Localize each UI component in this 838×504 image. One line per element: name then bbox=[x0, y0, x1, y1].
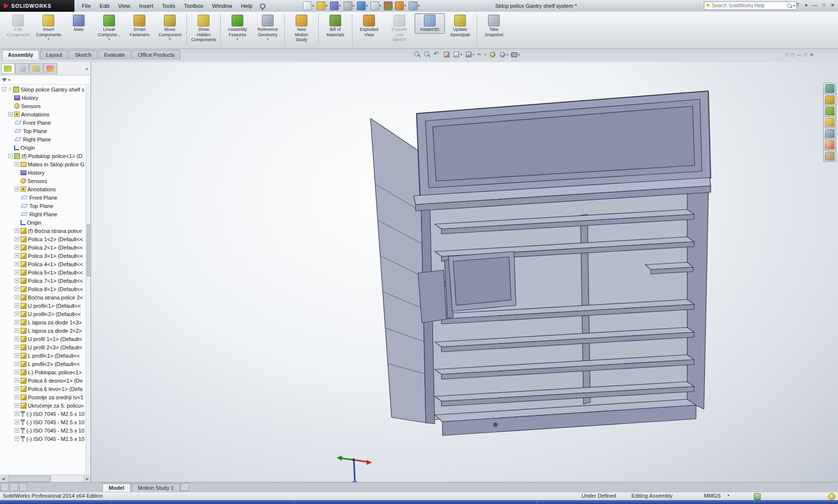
edit-component-button[interactable]: EditComponent bbox=[3, 13, 33, 39]
expand-toggle[interactable]: + bbox=[15, 345, 19, 349]
undo-button[interactable]: ▾ bbox=[356, 1, 369, 10]
tree-item[interactable]: +Polica 5<1> (Default<< bbox=[0, 268, 86, 276]
exploded-view-button[interactable]: ExplodedView bbox=[354, 13, 384, 39]
rebuild-button[interactable] bbox=[383, 1, 393, 10]
tree-horizontal-scroll-thumb[interactable] bbox=[8, 476, 51, 482]
tree-item[interactable]: +U profil 2<3> (Default< bbox=[0, 343, 86, 351]
dropdown-caret[interactable]: ▾ bbox=[47, 37, 49, 41]
apply-scene-button[interactable]: ▾ bbox=[499, 51, 509, 58]
menu-view[interactable]: View bbox=[114, 0, 135, 12]
expand-toggle[interactable]: + bbox=[15, 253, 19, 258]
expand-toggle[interactable]: + bbox=[15, 387, 19, 391]
options-button[interactable]: ▾ bbox=[395, 1, 407, 10]
tree-item[interactable]: +Polica 6 levo<1> (Defa bbox=[0, 385, 86, 393]
tree-vertical-scrollbar[interactable] bbox=[86, 84, 91, 475]
tree-item[interactable]: +(f) Bočna strana police bbox=[0, 227, 86, 235]
help-dropdown-button[interactable]: ▾ bbox=[803, 1, 810, 9]
mate-button[interactable]: Mate bbox=[64, 13, 94, 34]
solidworks-resources-tab[interactable] bbox=[823, 83, 836, 94]
expand-toggle[interactable]: + bbox=[15, 287, 19, 291]
tree-item[interactable]: Sensors bbox=[0, 177, 86, 185]
appearances-scenes-tab[interactable] bbox=[823, 139, 836, 151]
tree-item[interactable]: Right Plane bbox=[0, 210, 86, 218]
tree-item[interactable]: +Bočna strana police 2< bbox=[0, 293, 86, 301]
filter-dropdown-caret[interactable]: ▾ bbox=[8, 78, 10, 82]
dropdown-caret[interactable]: ▾ bbox=[404, 4, 406, 8]
units-dropdown-caret[interactable]: ▾ bbox=[727, 493, 729, 498]
expand-toggle[interactable]: + bbox=[15, 428, 19, 433]
design-library-tab[interactable] bbox=[823, 94, 836, 106]
dropdown-caret[interactable]: ▾ bbox=[236, 37, 238, 41]
print-document-button[interactable]: ▾ bbox=[343, 1, 355, 10]
dropdown-caret[interactable]: ▾ bbox=[353, 4, 355, 8]
zoom-to-area-button[interactable] bbox=[423, 51, 431, 58]
expand-toggle[interactable]: + bbox=[15, 270, 19, 275]
update-speedpak-button[interactable]: UpdateSpeedpak bbox=[445, 13, 475, 39]
tree-item[interactable]: +AAnnotations bbox=[0, 185, 86, 193]
dropdown-caret[interactable]: ▾ bbox=[312, 4, 314, 8]
expand-toggle[interactable]: + bbox=[15, 229, 19, 233]
tree-item[interactable]: Origin bbox=[0, 218, 86, 227]
search-input[interactable] bbox=[712, 2, 786, 9]
viewport-split-2-button[interactable]: □ bbox=[791, 52, 794, 58]
tree-horizontal-scrollbar[interactable]: ◀ ▶ bbox=[0, 475, 91, 482]
tree-item[interactable]: Sensors bbox=[0, 102, 86, 110]
edit-appearance-button[interactable] bbox=[489, 51, 496, 58]
tree-item[interactable]: +(-) ISO 7045 - M2.5 x 10 bbox=[0, 426, 86, 435]
tree-item[interactable]: −⚠Sklop police Gantry shelf s bbox=[0, 85, 86, 93]
expand-toggle[interactable]: + bbox=[15, 436, 19, 441]
show-hidden-components-button[interactable]: ShowHiddenComponents bbox=[188, 13, 219, 44]
dropdown-caret[interactable]: ▾ bbox=[380, 4, 382, 8]
search-icon[interactable] bbox=[787, 3, 791, 8]
expand-toggle[interactable]: + bbox=[15, 353, 19, 358]
file-properties-button[interactable]: ▾ bbox=[408, 1, 420, 10]
display-style-button[interactable]: ▾ bbox=[465, 51, 475, 58]
expand-toggle[interactable]: + bbox=[15, 187, 19, 191]
save-document-button[interactable]: ▾ bbox=[329, 1, 342, 10]
move-component-button[interactable]: MoveComponent▾ bbox=[155, 13, 185, 43]
view-orientation-button[interactable]: ▾ bbox=[453, 51, 463, 58]
viewport-splitter-handle[interactable] bbox=[10, 483, 18, 491]
assembly-features-button[interactable]: AssemblyFeatures▾ bbox=[222, 13, 253, 43]
tree-item[interactable]: −(f) Podsklop police<1> (D bbox=[0, 152, 86, 160]
restore-button[interactable]: □ bbox=[820, 1, 827, 9]
dropdown-caret[interactable]: ▾ bbox=[518, 53, 520, 57]
tree-item[interactable]: Front Plane bbox=[0, 193, 86, 202]
tree-item[interactable]: +L profil<2> (Default<< bbox=[0, 360, 86, 368]
viewport-split-1-button[interactable]: □ bbox=[786, 52, 788, 58]
dropdown-caret[interactable]: ▾ bbox=[485, 53, 487, 57]
tree-item[interactable]: +L lajsna za diode 1<3> bbox=[0, 318, 86, 326]
tree-item[interactable]: +(-) Poklopac police<1> bbox=[0, 368, 86, 376]
tree-item[interactable]: +(-) ISO 7045 - M2.5 x 10 bbox=[0, 418, 86, 426]
expand-toggle[interactable]: + bbox=[15, 362, 19, 366]
expand-toggle[interactable]: + bbox=[15, 295, 19, 299]
tree-item[interactable]: Front Plane bbox=[0, 118, 86, 127]
tab-office-products[interactable]: Office Products bbox=[132, 50, 180, 60]
new-motion-study-button[interactable]: NewMotionStudy bbox=[286, 13, 317, 44]
new-document-button[interactable]: ▾ bbox=[303, 1, 315, 10]
section-view-button[interactable] bbox=[443, 51, 450, 58]
graphics-viewport[interactable] bbox=[91, 62, 838, 482]
menu-tools[interactable]: Tools bbox=[158, 0, 180, 12]
dropdown-caret[interactable]: ▾ bbox=[326, 4, 328, 8]
scroll-left-arrow[interactable]: ◀ bbox=[0, 476, 7, 482]
expand-toggle[interactable]: + bbox=[15, 162, 19, 166]
expand-toggle[interactable]: + bbox=[15, 320, 19, 324]
tree-item[interactable]: +Polica 6 desno<1> (De bbox=[0, 376, 86, 385]
expand-toggle[interactable]: + bbox=[15, 378, 19, 383]
tree-item[interactable]: History bbox=[0, 168, 86, 177]
tree-item[interactable]: +L profil<1> (Default<< bbox=[0, 351, 86, 360]
dropdown-caret[interactable]: ▾ bbox=[169, 37, 171, 41]
dropdown-caret[interactable]: ▾ bbox=[108, 37, 110, 41]
dropdown-caret[interactable]: ▾ bbox=[461, 53, 463, 57]
take-snapshot-button[interactable]: TakeSnapshot bbox=[479, 13, 509, 39]
dropdown-caret[interactable]: ▾ bbox=[418, 4, 420, 8]
tree-item[interactable]: +Ukrućenje za 5. policu< bbox=[0, 401, 86, 410]
propertymanager-tab[interactable] bbox=[15, 63, 29, 74]
tree-item[interactable]: Right Plane bbox=[0, 135, 86, 143]
tree-item[interactable]: +U profil 1<1> (Default< bbox=[0, 335, 86, 343]
help-button[interactable]: ? bbox=[794, 1, 801, 9]
model-side-door[interactable] bbox=[371, 118, 426, 423]
tree-item[interactable]: +Polica 4<1> (Default<< bbox=[0, 260, 86, 268]
minimize-button[interactable]: — bbox=[812, 1, 818, 9]
